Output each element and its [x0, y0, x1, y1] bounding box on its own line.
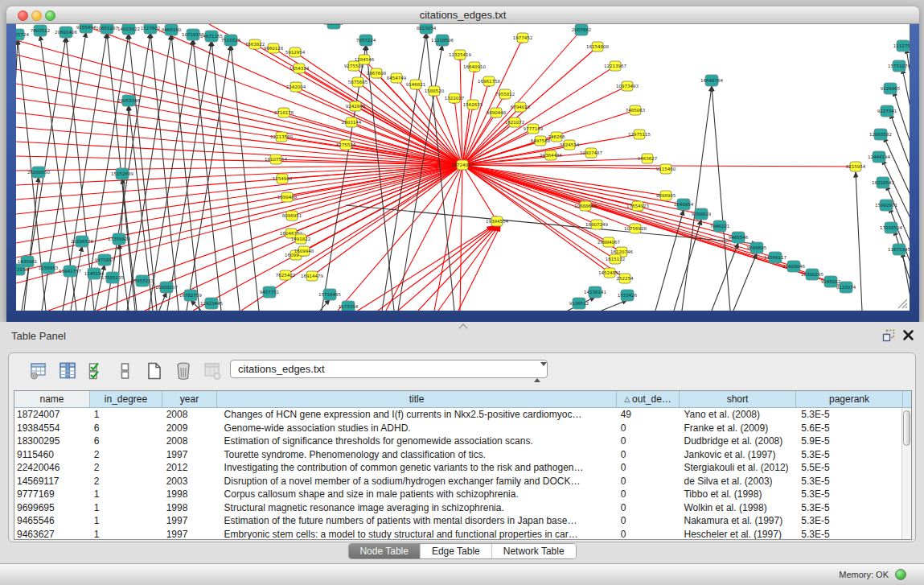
network-node-label: 2803144 — [342, 120, 362, 125]
select-all-columns-button[interactable] — [86, 360, 107, 381]
table-cell-title: Estimation of the future numbers of pati… — [217, 515, 616, 526]
status-bar: Memory: OK — [0, 563, 924, 585]
network-node-label: 15716485 — [318, 292, 341, 297]
close-panel-icon[interactable] — [902, 329, 914, 341]
column-header-name[interactable]: name — [14, 391, 90, 407]
table-cell-in_degree: 2 — [90, 462, 162, 473]
network-node-label: 16648784 — [700, 78, 723, 83]
network-node-label: 13942757 — [59, 269, 81, 274]
table-cell-short: Hescheler et al. (1997) — [678, 529, 795, 539]
network-node-label: 1173354 — [339, 304, 359, 309]
network-node-label: 11675345 — [888, 247, 910, 252]
network-node-label: 9975887 — [95, 257, 115, 262]
table-settings-button[interactable] — [28, 360, 49, 381]
column-header-in_degree[interactable]: in_degree — [90, 391, 162, 407]
table-cell-in_degree: 1 — [90, 502, 162, 513]
column-header-title[interactable]: title — [217, 391, 617, 407]
resize-grip-icon[interactable] — [893, 296, 908, 309]
network-node-label: 7663822 — [245, 42, 265, 47]
network-node-label: 9465546 — [729, 235, 749, 240]
table-panel-title: Table Panel — [11, 330, 66, 342]
network-node-label: 9242848 — [346, 104, 366, 109]
table-cell-in_degree: 1 — [90, 409, 162, 420]
table-row[interactable]: 946554611997Estimation of the future num… — [14, 514, 901, 528]
table-cell-year: 2008 — [162, 435, 217, 447]
table-cell-pagerank: 5.3E-5 — [795, 449, 901, 460]
network-node-label: 9898985 — [656, 193, 676, 198]
create-column-button[interactable] — [144, 360, 165, 381]
table-row[interactable]: 911546021997Tourette syndrome. Phenomeno… — [14, 448, 901, 462]
network-node-label: 10688609 — [574, 204, 597, 208]
table-cell-pagerank: 5.6E-5 — [795, 422, 901, 434]
memory-status-label: Memory: OK — [839, 570, 889, 579]
float-panel-icon[interactable] — [882, 329, 895, 342]
table-cell-title: Disruption of a novel member of a sodium… — [217, 476, 616, 487]
network-node-label: 1640954 — [674, 202, 694, 207]
node-table: namein_degreeyeartitle△out_de…shortpager… — [14, 390, 912, 540]
show-columns-icon — [58, 361, 77, 381]
network-graph[interactable]: 7663822986012859129541654334234200427181… — [16, 24, 910, 311]
network-node-label: 7857224 — [356, 38, 376, 43]
deselect-all-columns-button[interactable] — [115, 360, 136, 381]
table-cell-out_degree: 0 — [616, 529, 679, 539]
network-node-label: 9227341 — [877, 109, 897, 113]
table-cell-in_degree: 2 — [90, 449, 162, 460]
table-cell-pagerank: 5.3E-5 — [795, 409, 901, 420]
table-row[interactable]: 946362711997Embryonic stem cells: a mode… — [14, 528, 901, 540]
network-node-label: 2718176 — [274, 110, 294, 115]
column-header-pagerank[interactable]: pagerank — [796, 391, 903, 407]
network-node-label: 2087682 — [572, 27, 592, 32]
table-cell-out_degree: 0 — [616, 502, 679, 513]
network-node-label: 29884067 — [598, 240, 620, 245]
tab-node-table[interactable]: Node Table — [348, 544, 421, 558]
network-node-label: 18300295 — [801, 272, 823, 277]
table-row[interactable]: 1872400712008Changes of HCN gene express… — [14, 408, 901, 422]
new-document-icon — [145, 361, 164, 381]
delete-table-button[interactable] — [202, 360, 223, 381]
network-node-label: 9457751 — [260, 290, 280, 295]
table-cell-out_degree: 0 — [616, 488, 679, 500]
table-cell-out_degree: 0 — [616, 462, 679, 473]
table-tabs: Node TableEdge TableNetwork Table — [347, 543, 576, 559]
table-selector-dropdown[interactable]: citations_edges.txt — [230, 360, 548, 378]
tab-network-table[interactable]: Network Table — [492, 544, 576, 558]
network-node-label: 16154808 — [586, 44, 609, 49]
table-row[interactable]: 1938455462009Genome-wide association stu… — [14, 422, 901, 435]
column-header-year[interactable]: year — [162, 391, 217, 407]
network-node-label: 13505135 — [101, 275, 124, 280]
show-columns-button[interactable] — [57, 360, 78, 381]
table-row[interactable]: 977716911998Corpus callosum shape and si… — [14, 488, 901, 501]
table-row[interactable]: 1830029562008Estimation of significance … — [14, 435, 901, 448]
table-cell-short: Jankovic et al. (1997) — [678, 449, 795, 460]
network-canvas[interactable]: 7663822986012859129541654334234200427181… — [16, 24, 910, 311]
table-scrollbar[interactable] — [901, 408, 911, 539]
network-node-label: 7485063 — [626, 108, 646, 113]
table-cell-pagerank: 5.3E-5 — [795, 502, 901, 513]
network-node-label: 9146821 — [406, 82, 426, 87]
table-cell-title: Tourette syndrome. Phenomenology and cla… — [217, 449, 616, 460]
table-row[interactable]: 1456911722003Disruption of a novel membe… — [14, 475, 901, 488]
network-node-label: 12213967 — [604, 64, 626, 68]
delete-column-button[interactable] — [173, 360, 194, 381]
network-node-label: 8215954 — [846, 164, 866, 169]
network-node-label: 17359924 — [108, 237, 130, 241]
table-cell-year: 1997 — [162, 515, 217, 526]
tab-edge-table[interactable]: Edge Table — [421, 544, 492, 558]
column-header-short[interactable]: short — [680, 391, 796, 407]
network-node-label: 17957223 — [131, 278, 154, 283]
network-node-label: 16914479 — [301, 274, 323, 278]
network-node-label: 11218506 — [431, 38, 454, 43]
network-node-label: 746266 — [548, 134, 565, 139]
table-cell-name: 18300295 — [14, 435, 90, 447]
network-node-label: 1322037 — [445, 96, 465, 101]
column-header-out_degree[interactable]: △out_de… — [617, 391, 680, 407]
network-node-label: 9860128 — [264, 46, 284, 51]
table-cell-pagerank: 5.3E-5 — [795, 515, 901, 526]
table-selector-value: citations_edges.txt — [238, 363, 325, 375]
table-cell-name: 18724007 — [14, 409, 90, 420]
scrollbar-thumb[interactable] — [903, 410, 910, 446]
network-node-label: 15751074 — [888, 64, 910, 68]
window-titlebar[interactable]: citations_edges.txt — [6, 6, 919, 24]
table-row[interactable]: 2242004622012Investigating the contribut… — [14, 461, 901, 475]
table-row[interactable]: 969969511998Structural magnetic resonanc… — [14, 501, 901, 515]
